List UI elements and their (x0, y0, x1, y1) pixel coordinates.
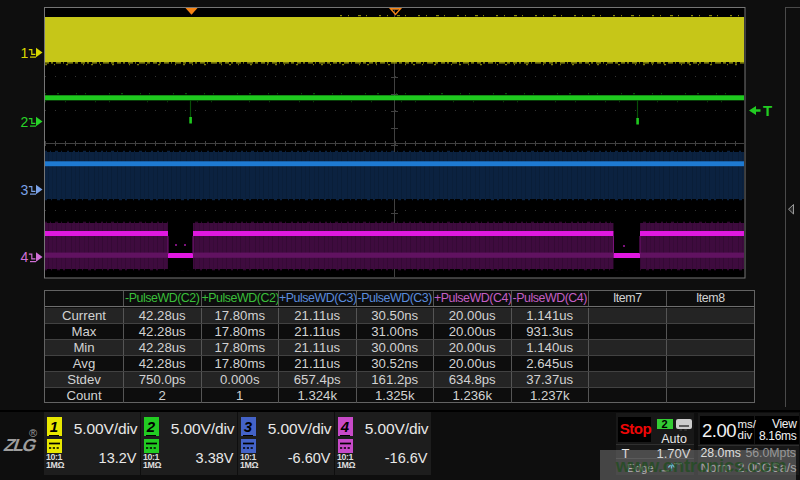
svg-text:2: 2 (21, 114, 29, 130)
svg-text:4: 4 (21, 249, 29, 265)
svg-text:T: T (763, 102, 772, 119)
svg-text:3: 3 (21, 182, 29, 198)
svg-text:1: 1 (21, 45, 29, 61)
